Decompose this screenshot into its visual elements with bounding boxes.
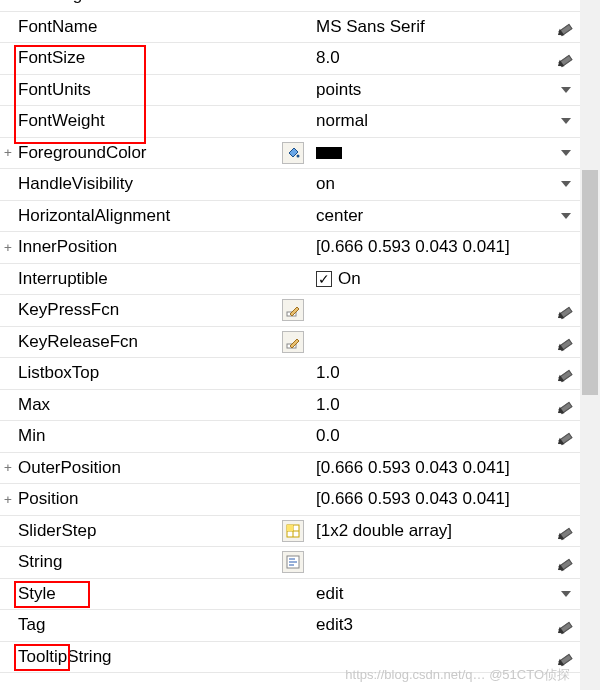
property-value[interactable]: edit3 [308, 615, 552, 635]
dropdown-arrow-icon[interactable] [552, 0, 580, 4]
property-name: FontSize [16, 48, 278, 68]
property-row-foregroundcolor[interactable]: +ForegroundColor [0, 138, 580, 170]
array-editor-icon[interactable] [282, 520, 304, 542]
property-name: FontName [16, 17, 278, 37]
expand-toggle[interactable]: + [0, 240, 16, 255]
property-name: Position [16, 489, 278, 509]
property-row-fontunits[interactable]: FontUnitspoints [0, 75, 580, 107]
edit-pencil-icon[interactable] [552, 522, 580, 540]
callback-edit-icon[interactable] [282, 299, 304, 321]
property-row-string[interactable]: String [0, 547, 580, 579]
dropdown-arrow-icon[interactable] [552, 81, 580, 99]
property-row-horizontalalignment[interactable]: HorizontalAlignmentcenter [0, 201, 580, 233]
property-name: KeyReleaseFcn [16, 332, 278, 352]
property-row-fontangle[interactable]: FontAnglenormal [0, 0, 580, 12]
checkbox[interactable]: ✓ [316, 271, 332, 287]
dropdown-arrow-icon[interactable] [552, 585, 580, 603]
property-value[interactable]: 1.0 [308, 395, 552, 415]
color-swatch [316, 147, 342, 159]
edit-pencil-icon[interactable] [552, 553, 580, 571]
property-action-icon[interactable] [278, 551, 308, 573]
dropdown-arrow-icon[interactable] [552, 112, 580, 130]
property-inspector-table: FontAnglenormalFontNameMS Sans SerifFont… [0, 0, 580, 673]
property-name: Max [16, 395, 278, 415]
scrollbar[interactable] [580, 0, 600, 690]
property-name: FontWeight [16, 111, 278, 131]
edit-pencil-icon[interactable] [552, 616, 580, 634]
dropdown-arrow-icon[interactable] [552, 207, 580, 225]
property-name: OuterPosition [16, 458, 278, 478]
property-value[interactable]: center [308, 206, 552, 226]
property-row-min[interactable]: Min0.0 [0, 421, 580, 453]
property-name: Tag [16, 615, 278, 635]
property-row-handlevisibility[interactable]: HandleVisibilityon [0, 169, 580, 201]
property-value[interactable]: edit [308, 584, 552, 604]
expand-toggle[interactable]: + [0, 145, 16, 160]
property-value[interactable]: [0.666 0.593 0.043 0.041] [308, 489, 552, 509]
edit-pencil-icon[interactable] [552, 427, 580, 445]
property-row-fontweight[interactable]: FontWeightnormal [0, 106, 580, 138]
property-row-tooltipstring[interactable]: TooltipString [0, 642, 580, 674]
property-row-keypressfcn[interactable]: KeyPressFcn [0, 295, 580, 327]
property-name: ForegroundColor [16, 143, 278, 163]
property-name: Style [16, 584, 278, 604]
property-row-fontname[interactable]: FontNameMS Sans Serif [0, 12, 580, 44]
property-value[interactable] [308, 147, 552, 159]
property-name: ListboxTop [16, 363, 278, 383]
property-row-max[interactable]: Max1.0 [0, 390, 580, 422]
property-value[interactable]: 1.0 [308, 363, 552, 383]
scrollbar-thumb[interactable] [582, 170, 598, 395]
svg-point-1 [297, 154, 300, 157]
paint-bucket-icon[interactable] [282, 142, 304, 164]
property-name: FontAngle [16, 0, 278, 5]
property-action-icon[interactable] [278, 142, 308, 164]
callback-edit-icon[interactable] [282, 331, 304, 353]
text-editor-icon[interactable] [282, 551, 304, 573]
property-value[interactable]: 8.0 [308, 48, 552, 68]
property-name: FontUnits [16, 80, 278, 100]
property-row-sliderstep[interactable]: SliderStep[1x2 double array] [0, 516, 580, 548]
property-row-style[interactable]: Styleedit [0, 579, 580, 611]
property-action-icon[interactable] [278, 299, 308, 321]
dropdown-arrow-icon[interactable] [552, 175, 580, 193]
property-value[interactable]: MS Sans Serif [308, 17, 552, 37]
property-row-tag[interactable]: Tagedit3 [0, 610, 580, 642]
property-name: InnerPosition [16, 237, 278, 257]
svg-rect-7 [287, 525, 293, 531]
property-row-keyreleasefcn[interactable]: KeyReleaseFcn [0, 327, 580, 359]
property-name: SliderStep [16, 521, 278, 541]
edit-pencil-icon[interactable] [552, 648, 580, 666]
property-row-position[interactable]: +Position[0.666 0.593 0.043 0.041] [0, 484, 580, 516]
property-value[interactable]: 0.0 [308, 426, 552, 446]
property-value[interactable]: [1x2 double array] [308, 521, 552, 541]
edit-pencil-icon[interactable] [552, 333, 580, 351]
property-name: TooltipString [16, 647, 278, 667]
dropdown-arrow-icon[interactable] [552, 144, 580, 162]
property-row-fontsize[interactable]: FontSize8.0 [0, 43, 580, 75]
property-value[interactable]: normal [308, 0, 552, 5]
property-name: String [16, 552, 278, 572]
property-value[interactable]: [0.666 0.593 0.043 0.041] [308, 458, 552, 478]
property-name: Interruptible [16, 269, 278, 289]
property-value[interactable]: on [308, 174, 552, 194]
property-name: KeyPressFcn [16, 300, 278, 320]
edit-pencil-icon[interactable] [552, 396, 580, 414]
property-value[interactable]: ✓On [308, 269, 552, 289]
property-row-innerposition[interactable]: +InnerPosition[0.666 0.593 0.043 0.041] [0, 232, 580, 264]
edit-pencil-icon[interactable] [552, 49, 580, 67]
property-value[interactable]: points [308, 80, 552, 100]
edit-pencil-icon[interactable] [552, 301, 580, 319]
property-value[interactable]: [0.666 0.593 0.043 0.041] [308, 237, 552, 257]
property-name: HorizontalAlignment [16, 206, 278, 226]
expand-toggle[interactable]: + [0, 492, 16, 507]
property-row-listboxtop[interactable]: ListboxTop1.0 [0, 358, 580, 390]
checkbox-label: On [338, 269, 361, 289]
property-action-icon[interactable] [278, 520, 308, 542]
edit-pencil-icon[interactable] [552, 18, 580, 36]
expand-toggle[interactable]: + [0, 460, 16, 475]
property-action-icon[interactable] [278, 331, 308, 353]
property-value[interactable]: normal [308, 111, 552, 131]
property-row-interruptible[interactable]: Interruptible✓On [0, 264, 580, 296]
property-row-outerposition[interactable]: +OuterPosition[0.666 0.593 0.043 0.041] [0, 453, 580, 485]
edit-pencil-icon[interactable] [552, 364, 580, 382]
